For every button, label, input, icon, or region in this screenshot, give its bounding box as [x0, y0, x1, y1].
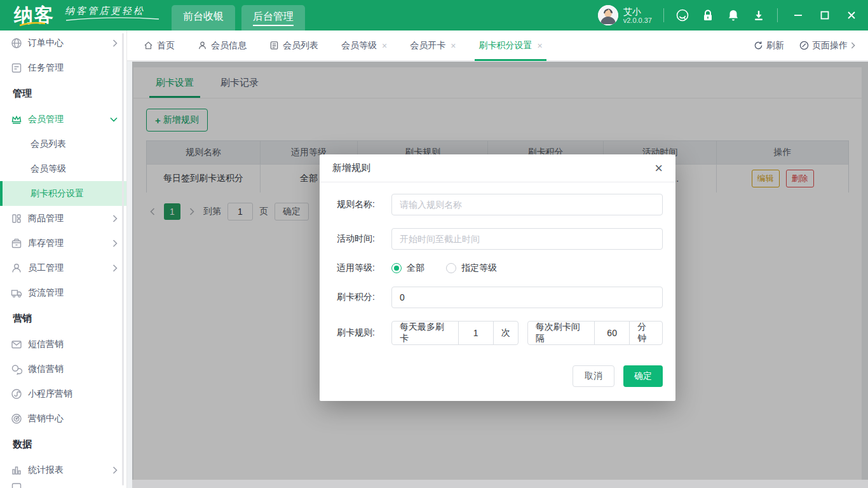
field-swipe-points: 刷卡积分:: [337, 287, 663, 308]
interval-unit: 分钟: [630, 322, 662, 344]
page-operations-action[interactable]: 页面操作: [799, 40, 855, 51]
sidebar-item-member-manage[interactable]: 会员管理: [0, 107, 126, 132]
sidebar-scrollbar[interactable]: [122, 33, 124, 485]
user-block[interactable]: 艾小 v2.0.0.37: [598, 5, 652, 25]
horizontal-scrollbar[interactable]: [132, 480, 868, 488]
radio-option-all[interactable]: 全部: [391, 262, 424, 274]
radio-selected-icon[interactable]: [391, 263, 402, 273]
tab-member-info[interactable]: 会员信息: [198, 30, 247, 61]
radio-option-specified[interactable]: 指定等级: [446, 262, 497, 274]
target-icon: [11, 413, 22, 424]
sidebar-subitem-member-list[interactable]: 会员列表: [0, 132, 126, 156]
tagline-swoosh-icon: [65, 17, 160, 22]
rule-name-input[interactable]: [391, 194, 663, 215]
sidebar-item-order-center[interactable]: 订单中心: [0, 30, 126, 55]
brand-logo: 纳客: [14, 3, 55, 28]
maximize-icon[interactable]: [820, 10, 830, 20]
cancel-button[interactable]: 取消: [573, 365, 614, 387]
chevron-right-icon: [112, 240, 118, 247]
avatar: [598, 5, 618, 25]
rule-name-label: 规则名称:: [337, 199, 386, 210]
refresh-icon: [754, 41, 763, 50]
tab-card-points-setting[interactable]: 刷卡积分设置 ×: [478, 30, 542, 61]
close-tab-icon[interactable]: ×: [451, 41, 456, 51]
nav-front-cashier[interactable]: 前台收银: [172, 5, 235, 30]
sidebar-item-sms-marketing[interactable]: 短信营销: [0, 332, 126, 356]
minimize-icon[interactable]: [793, 10, 803, 20]
chart-icon: [11, 464, 22, 476]
swipe-points-input[interactable]: [391, 287, 663, 308]
member-icon: [198, 41, 207, 50]
wechat-icon: [11, 363, 22, 375]
chevron-down-icon: [110, 117, 118, 122]
list-icon: [269, 41, 279, 50]
app-header: 纳客 纳客管店更轻松 前台收银 后台管理 艾小 v2.0.0.37: [0, 0, 868, 30]
modal-close-icon[interactable]: ×: [654, 161, 663, 175]
goods-icon: [11, 213, 22, 224]
chevron-right-icon: [112, 466, 118, 474]
sidebar-subitem-member-level[interactable]: 会员等级: [0, 156, 126, 181]
crown-icon: [11, 114, 22, 125]
sidebar-item-logistics-manage[interactable]: 货流管理: [0, 280, 126, 305]
nav-backend-manage[interactable]: 后台管理: [241, 5, 305, 30]
daily-max-group: 每天最多刷卡 次: [391, 321, 519, 345]
logo-swoosh-icon: [19, 22, 46, 27]
sidebar-item-staff-manage[interactable]: 员工管理: [0, 255, 126, 280]
sidebar-section-manage: 管理: [0, 80, 126, 107]
sidebar-item-wechat-marketing[interactable]: 微信营销: [0, 356, 126, 381]
divider: [663, 8, 664, 22]
field-swipe-rule: 刷卡规则: 每天最多刷卡 次 每次刷卡间隔 分钟: [337, 321, 663, 345]
tasks-icon: [11, 62, 22, 74]
interval-input[interactable]: [594, 322, 630, 344]
chevron-right-icon: [112, 39, 118, 47]
add-rule-modal: 新增规则 × 规则名称: 活动时间: 适用等级: 全部 指定等级 刷卡积分:: [320, 154, 675, 401]
user-info: 艾小 v2.0.0.37: [623, 6, 652, 24]
chevron-right-icon: [851, 42, 855, 49]
sidebar-section-data: 数据: [0, 431, 126, 458]
staff-icon: [11, 262, 22, 274]
field-apply-level: 适用等级: 全部 指定等级: [337, 262, 663, 274]
sidebar-item-miniapp-marketing[interactable]: 小程序营销: [0, 381, 126, 406]
sidebar-item-statistics-report[interactable]: 统计报表: [0, 458, 126, 482]
tagline-text: 纳客管店更轻松: [65, 5, 160, 17]
miniapp-icon: [11, 388, 22, 400]
header-nav: 前台收银 后台管理: [172, 0, 311, 30]
sidebar-item-task-manage[interactable]: 任务管理: [0, 55, 126, 80]
sidebar-item-inventory-manage[interactable]: 库存管理: [0, 231, 126, 255]
sidebar: 订单中心 任务管理 管理 会员管理 会员列表 会员等级 刷卡积分设置 商品管理 …: [0, 30, 127, 488]
close-icon[interactable]: [846, 10, 857, 20]
refresh-action[interactable]: 刷新: [754, 40, 784, 51]
confirm-button[interactable]: 确定: [623, 365, 663, 387]
close-tab-icon[interactable]: ×: [382, 41, 387, 51]
tab-member-card[interactable]: 会员开卡 ×: [410, 30, 456, 61]
bell-icon[interactable]: [726, 8, 740, 22]
truck-icon: [11, 287, 22, 299]
tab-home[interactable]: 首页: [144, 30, 175, 61]
download-icon[interactable]: [752, 8, 766, 22]
sidebar-subitem-card-points-setting[interactable]: 刷卡积分设置: [0, 181, 126, 206]
inventory-icon: [11, 238, 22, 249]
lock-icon[interactable]: [701, 8, 715, 22]
settings-icon: [11, 482, 22, 488]
close-tab-icon[interactable]: ×: [537, 41, 542, 51]
brand-tagline: 纳客管店更轻松: [65, 5, 160, 22]
apply-level-label: 适用等级:: [337, 262, 386, 274]
sidebar-item-goods-manage[interactable]: 商品管理: [0, 206, 126, 231]
divider: [777, 8, 778, 22]
daily-max-unit: 次: [494, 322, 518, 344]
active-time-input[interactable]: [391, 228, 663, 250]
radio-unselected-icon[interactable]: [446, 263, 456, 273]
customer-service-icon[interactable]: [675, 8, 689, 22]
tab-member-level[interactable]: 会员等级 ×: [341, 30, 387, 61]
sidebar-item-partial[interactable]: [0, 482, 126, 488]
header-right: 艾小 v2.0.0.37: [598, 5, 857, 25]
active-time-label: 活动时间:: [337, 233, 386, 245]
globe-icon: [11, 37, 22, 49]
app-version: v2.0.0.37: [623, 17, 652, 24]
modal-body: 规则名称: 活动时间: 适用等级: 全部 指定等级 刷卡积分: 刷卡规则:: [320, 182, 675, 359]
tab-member-list[interactable]: 会员列表: [269, 30, 318, 61]
sidebar-item-marketing-center[interactable]: 营销中心: [0, 406, 126, 431]
daily-max-input[interactable]: [458, 322, 494, 344]
chevron-right-icon: [112, 215, 118, 222]
window-controls: [793, 10, 857, 20]
